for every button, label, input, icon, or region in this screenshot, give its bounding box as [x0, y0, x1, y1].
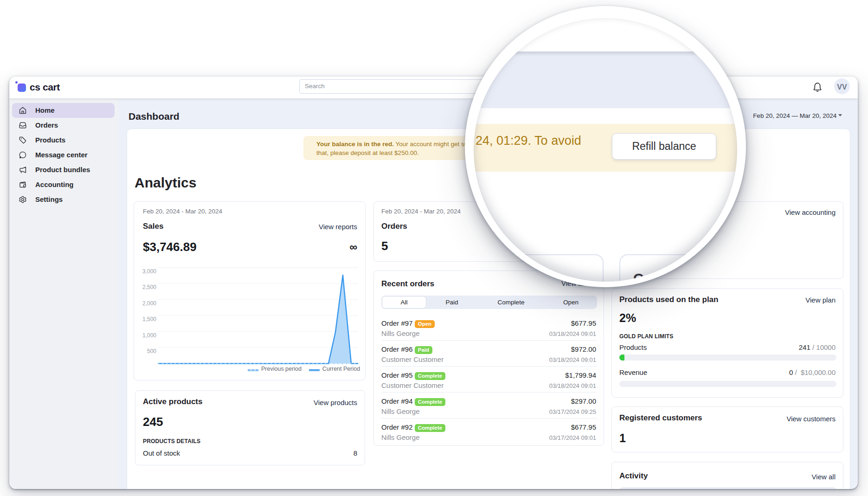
svg-text:500: 500 [147, 348, 156, 354]
svg-text:2,500: 2,500 [142, 284, 156, 290]
svg-text:1,000: 1,000 [142, 332, 156, 339]
svg-text:2,000: 2,000 [142, 300, 156, 307]
svg-text:1,500: 1,500 [142, 316, 156, 322]
svg-text:3,000: 3,000 [142, 268, 156, 275]
